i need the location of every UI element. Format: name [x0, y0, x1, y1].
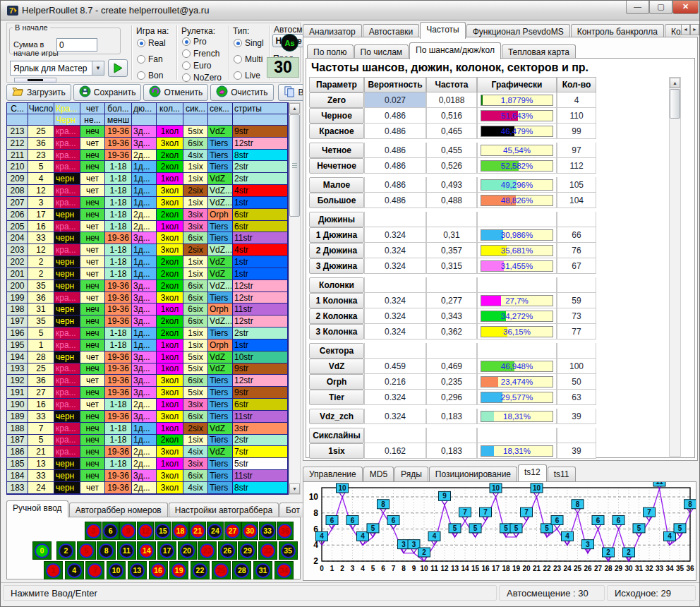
table-cell[interactable]: 5six	[183, 363, 208, 375]
tab-md5[interactable]: MD5	[363, 467, 394, 481]
table-cell[interactable]: 1-18	[105, 221, 132, 233]
table-cell[interactable]: чет	[80, 138, 105, 150]
table-cell[interactable]: чет	[80, 185, 105, 197]
table-cell[interactable]: 17	[28, 209, 54, 221]
table-cell[interactable]: 6six	[183, 315, 208, 327]
number-cell-16[interactable]: 16	[149, 561, 168, 579]
table-cell[interactable]: 1д...	[132, 161, 157, 173]
загрузить-button[interactable]: Загрузить	[6, 84, 71, 101]
отменить-button[interactable]: Отменить	[143, 84, 208, 101]
table-cell[interactable]: 204	[7, 232, 28, 244]
table-cell[interactable]: 1кол	[157, 351, 183, 363]
table-cell[interactable]: 3д...	[132, 470, 157, 482]
number-cell-2[interactable]: 2	[56, 541, 76, 560]
minimize-button[interactable]: —	[626, 1, 649, 14]
table-cell[interactable]: 3кол	[157, 197, 183, 209]
table-cell[interactable]: 11str	[233, 470, 288, 482]
table-cell[interactable]: Orph	[208, 304, 233, 315]
maximize-button[interactable]: ▢	[649, 1, 672, 14]
table-cell[interactable]: чет	[80, 268, 105, 280]
table-cell[interactable]: VdZ	[208, 268, 233, 280]
table-cell[interactable]: 28	[28, 351, 54, 363]
table-cell[interactable]: Tiers	[208, 375, 233, 387]
table-cell[interactable]: 2str	[233, 161, 288, 173]
table-cell[interactable]: 2str	[233, 435, 288, 447]
radio-type-live[interactable]: Live	[234, 71, 264, 80]
number-cell-17[interactable]: 17	[157, 541, 176, 560]
number-cell-18[interactable]: 18	[172, 522, 189, 540]
table-cell[interactable]: Tiers	[208, 138, 233, 150]
table-cell[interactable]: кра...	[54, 387, 80, 399]
table-cell[interactable]: кра...	[54, 435, 80, 447]
table-cell[interactable]: 185	[7, 458, 28, 470]
table-cell[interactable]: 13	[28, 458, 54, 470]
table-cell[interactable]: 3кол	[157, 411, 183, 423]
frequencies-scrollbar[interactable]: ▲	[669, 77, 681, 457]
table-cell[interactable]: 1кол	[157, 339, 183, 351]
number-cell-0[interactable]: 0	[32, 541, 52, 560]
table-cell[interactable]: черн	[54, 351, 80, 363]
table-cell[interactable]: 2кол	[157, 315, 183, 327]
table-cell[interactable]: кра...	[54, 363, 80, 375]
number-cell-14[interactable]: 14	[137, 541, 156, 560]
table-cell[interactable]: черн	[54, 482, 80, 494]
table-cell[interactable]: 193	[7, 363, 28, 375]
tab-по-числам[interactable]: По числам	[354, 44, 409, 59]
table-cell[interactable]: 3six	[183, 399, 208, 411]
table-cell[interactable]: 19-36	[105, 470, 132, 482]
table-cell[interactable]: VdZ	[208, 173, 233, 185]
number-cell-34[interactable]: 34	[274, 561, 294, 579]
freq-param-cell[interactable]: Большое	[309, 193, 364, 208]
table-cell[interactable]: 2д...	[132, 209, 157, 221]
table-cell[interactable]: 12str	[233, 315, 288, 327]
freq-param-cell[interactable]: Tier	[309, 390, 364, 405]
table-cell[interactable]: 6six	[183, 470, 208, 482]
table-cell[interactable]: 189	[7, 411, 28, 423]
table-cell[interactable]: 2д...	[132, 399, 157, 411]
number-cell-1[interactable]: 1	[44, 561, 63, 579]
table-cell[interactable]: Tiers	[208, 411, 233, 423]
table-cell[interactable]: 5	[28, 435, 54, 447]
table-cell[interactable]: 1str	[233, 197, 288, 209]
table-cell[interactable]: 1str	[233, 256, 288, 268]
table-cell[interactable]: черн	[54, 304, 80, 315]
table-cell[interactable]: черн	[54, 411, 80, 423]
table-cell[interactable]: 187	[7, 435, 28, 447]
table-cell[interactable]: 1кол	[157, 363, 183, 375]
table-cell[interactable]: 6str	[233, 221, 288, 233]
freq-param-cell[interactable]: Сикслайны	[309, 428, 364, 443]
start-sum-input[interactable]	[56, 38, 97, 52]
table-cell[interactable]: 19-36	[105, 351, 132, 363]
table-cell[interactable]: 1д...	[132, 256, 157, 268]
table-cell[interactable]: неч	[80, 470, 105, 482]
table-cell[interactable]: 190	[7, 399, 28, 411]
tab-по-полю[interactable]: По полю	[307, 44, 354, 59]
table-cell[interactable]: 5six	[183, 351, 208, 363]
radio-roulette-nozero[interactable]: NoZero	[182, 73, 222, 83]
table-cell[interactable]: 207	[7, 197, 28, 209]
tab-ts12[interactable]: ts12	[518, 464, 547, 481]
table-cell[interactable]: 3six	[183, 458, 208, 470]
number-cell-26[interactable]: 26	[218, 541, 237, 560]
table-cell[interactable]: 33	[28, 470, 54, 482]
table-cell[interactable]: 1-18	[105, 399, 132, 411]
number-cell-20[interactable]: 20	[178, 541, 197, 560]
table-cell[interactable]: 213	[7, 126, 28, 138]
table-cell[interactable]: 1six	[183, 268, 208, 280]
freq-param-cell[interactable]: 3 Дюжина	[309, 258, 364, 274]
table-cell[interactable]: 3д...	[132, 292, 157, 304]
table-cell[interactable]: 2д...	[132, 221, 157, 233]
table-cell[interactable]: 1д...	[132, 423, 157, 435]
table-cell[interactable]: черн	[54, 268, 80, 280]
table-cell[interactable]: 4six	[183, 482, 208, 494]
dash-button[interactable]	[14, 78, 56, 83]
table-cell[interactable]: черн	[54, 470, 80, 482]
table-cell[interactable]: Tiers	[208, 435, 233, 447]
number-cell-24[interactable]: 24	[207, 522, 224, 540]
radio-game-fan[interactable]: Fan	[137, 54, 166, 64]
table-cell[interactable]: 3кол	[157, 185, 183, 197]
table-cell[interactable]: 11str	[233, 304, 288, 315]
table-cell[interactable]: 36	[28, 292, 54, 304]
freq-param-cell[interactable]: Дюжины	[309, 212, 364, 227]
table-cell[interactable]: Orph	[208, 209, 233, 221]
